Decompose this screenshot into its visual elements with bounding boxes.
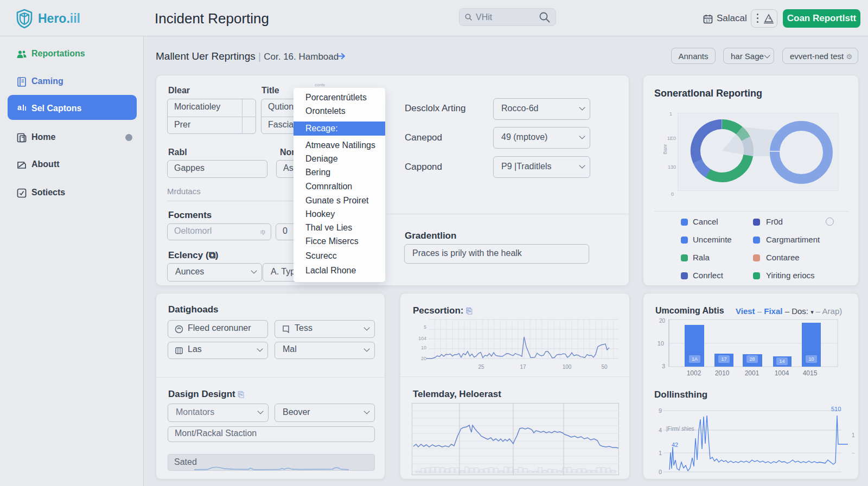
svg-text:4: 4 bbox=[659, 427, 662, 433]
svg-text:9: 9 bbox=[659, 407, 662, 414]
svg-text:17: 17 bbox=[706, 18, 711, 23]
svg-text:3: 3 bbox=[662, 363, 665, 369]
svg-text:10: 10 bbox=[808, 356, 814, 362]
svg-text:17: 17 bbox=[520, 364, 526, 370]
svg-text:10: 10 bbox=[421, 345, 426, 350]
svg-text:1004: 1004 bbox=[775, 369, 789, 377]
svg-text:1002: 1002 bbox=[687, 369, 701, 377]
svg-text:17: 17 bbox=[721, 356, 726, 362]
svg-text:2001: 2001 bbox=[745, 369, 760, 377]
svg-text:28: 28 bbox=[749, 356, 755, 362]
svg-text:20: 20 bbox=[659, 318, 666, 324]
svg-text:510: 510 bbox=[831, 406, 841, 412]
svg-text:20: 20 bbox=[421, 356, 426, 361]
svg-text:0: 0 bbox=[659, 469, 662, 475]
svg-text:4: 4 bbox=[769, 16, 771, 20]
svg-text:–: – bbox=[852, 450, 855, 456]
svg-text:a: a bbox=[17, 103, 22, 112]
svg-text:100: 100 bbox=[563, 364, 572, 370]
svg-text:25: 25 bbox=[478, 364, 484, 370]
svg-text:5: 5 bbox=[424, 324, 426, 330]
svg-text:1: 1 bbox=[852, 432, 855, 438]
svg-text:14: 14 bbox=[779, 359, 784, 364]
svg-text:10: 10 bbox=[658, 340, 664, 347]
svg-text:2010: 2010 bbox=[715, 369, 730, 377]
svg-text:1: 1 bbox=[659, 450, 662, 456]
svg-text:1A: 1A bbox=[692, 356, 698, 362]
svg-text:50: 50 bbox=[601, 364, 608, 370]
svg-text:|Firm/ shies: |Firm/ shies bbox=[666, 426, 694, 432]
svg-text:4015: 4015 bbox=[803, 369, 818, 377]
svg-text:104: 104 bbox=[418, 336, 426, 341]
